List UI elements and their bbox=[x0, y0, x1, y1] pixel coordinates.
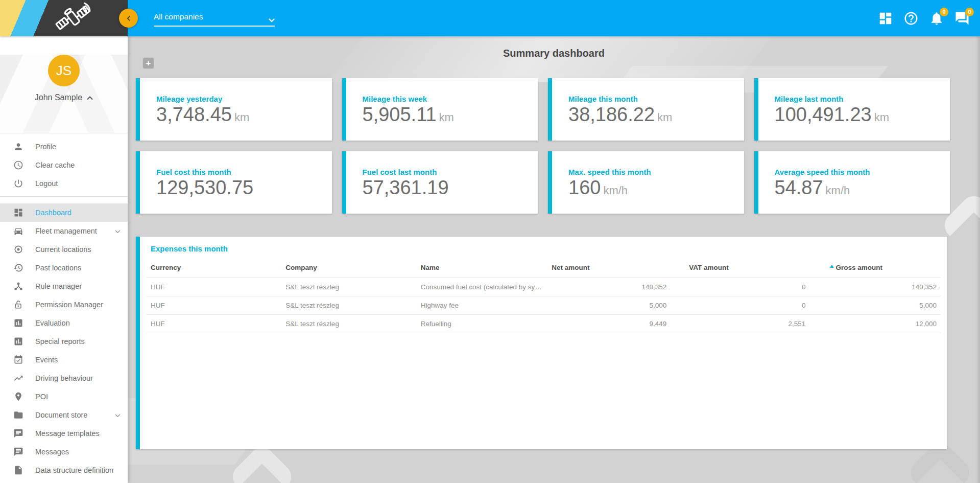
menu-item-profile[interactable]: Profile bbox=[0, 137, 128, 156]
user-menu: Profile Clear cache Logout bbox=[0, 133, 128, 193]
sidebar: JS John Sample Profile Clear cache Logou… bbox=[0, 36, 128, 483]
nav-item-label: POI bbox=[35, 393, 121, 401]
stat-card-unit: km/h bbox=[603, 184, 628, 197]
company-selector[interactable]: All companies bbox=[154, 12, 275, 27]
stat-card-label: Max. speed this month bbox=[568, 168, 740, 176]
lock-open-icon bbox=[13, 300, 23, 310]
sidebar-collapse-button[interactable] bbox=[119, 9, 138, 28]
cell-net-amount: 140,352 bbox=[547, 278, 671, 296]
stat-card-label: Fuel cost this month bbox=[156, 168, 328, 176]
avatar[interactable]: JS bbox=[48, 55, 80, 86]
cell-vat-amount: 0 bbox=[671, 278, 809, 296]
messages-badge: 0 bbox=[965, 8, 974, 16]
cell-name: Refuelling bbox=[417, 315, 548, 333]
top-bar: All companies 0 0 bbox=[0, 0, 980, 36]
cell-gross-amount: 12,000 bbox=[809, 315, 941, 333]
folder-icon bbox=[13, 410, 23, 420]
stat-card-unit: km bbox=[874, 111, 889, 124]
nav-item-label: Past locations bbox=[35, 264, 121, 272]
table-row[interactable]: HUF S&L teszt részleg Consumed fuel cost… bbox=[147, 278, 941, 296]
table-row[interactable]: HUF S&L teszt részleg Refuelling 9,449 2… bbox=[147, 315, 941, 333]
column-header-net-amount[interactable]: Net amount bbox=[547, 261, 671, 278]
stat-card-unit: km/h bbox=[826, 184, 850, 197]
nav-item-document-store[interactable]: Document store bbox=[0, 406, 128, 424]
scrollbar[interactable] bbox=[975, 36, 980, 483]
help-icon[interactable] bbox=[903, 11, 919, 26]
stat-card-mileage-this-week: Mileage this week 5,905.11km bbox=[342, 78, 538, 141]
column-header-company[interactable]: Company bbox=[281, 261, 416, 278]
messages-chat-icon[interactable]: 0 bbox=[954, 11, 970, 26]
dashboard-icon bbox=[13, 208, 23, 218]
stat-card-label: Average speed this month bbox=[775, 168, 946, 176]
cell-net-amount: 5,000 bbox=[547, 296, 671, 315]
stat-card-mileage-this-month: Mileage this month 38,186.22km bbox=[548, 78, 744, 141]
stat-card-value: 3,748.45km bbox=[156, 104, 328, 126]
stat-card-fuel-cost-last-month: Fuel cost last month 57,361.19 bbox=[342, 151, 538, 214]
column-header-currency[interactable]: Currency bbox=[147, 261, 281, 278]
stat-card-value: 38,186.22km bbox=[568, 104, 740, 126]
nav-item-current-locations[interactable]: Current locations bbox=[0, 240, 128, 259]
expenses-title: Expenses this month bbox=[151, 244, 941, 253]
cell-gross-amount: 140,352 bbox=[809, 278, 941, 296]
nav-item-events[interactable]: Events bbox=[0, 351, 128, 369]
background-streak bbox=[327, 36, 781, 82]
stat-cards-grid: Mileage yesterday 3,748.45km Mileage thi… bbox=[136, 78, 950, 214]
chevron-down-icon bbox=[115, 227, 121, 235]
nav-item-messages[interactable]: Messages bbox=[0, 443, 128, 461]
nav-item-poi[interactable]: POI bbox=[0, 387, 128, 406]
stat-card-mileage-yesterday: Mileage yesterday 3,748.45km bbox=[136, 78, 332, 141]
table-row[interactable]: HUF S&L teszt részleg Highway fee 5,000 … bbox=[147, 296, 941, 315]
nav-item-permission-manager[interactable]: Permission Manager bbox=[0, 295, 128, 314]
stat-card-label: Mileage last month bbox=[775, 95, 946, 103]
nav-item-special-reports[interactable]: Special reports bbox=[0, 332, 128, 351]
app-window: All companies 0 0 bbox=[0, 0, 980, 483]
stat-card-value: 57,361.19 bbox=[363, 177, 534, 199]
nav-item-driving-behaviour[interactable]: Driving behaviour bbox=[0, 369, 128, 387]
apps-grid-icon[interactable] bbox=[878, 11, 893, 26]
stat-card-average-speed: Average speed this month 54.87km/h bbox=[754, 151, 950, 214]
nav-item-label: Data structure definition bbox=[35, 466, 121, 474]
stat-card-value: 54.87km/h bbox=[775, 177, 946, 199]
menu-item-label: Logout bbox=[35, 179, 121, 188]
nav-item-data-structure-definition[interactable]: Data structure definition bbox=[0, 461, 128, 479]
page-title: Summary dashboard bbox=[128, 48, 980, 59]
user-name-toggle[interactable]: John Sample bbox=[0, 93, 128, 102]
nav-item-label: Rule manager bbox=[35, 282, 121, 290]
trending-up-icon bbox=[13, 373, 23, 383]
cell-currency: HUF bbox=[147, 278, 281, 296]
nav-item-rule-manager[interactable]: Rule manager bbox=[0, 277, 128, 295]
column-header-vat-amount[interactable]: VAT amount bbox=[671, 261, 809, 278]
menu-item-logout[interactable]: Logout bbox=[0, 174, 128, 193]
cell-vat-amount: 2,551 bbox=[671, 315, 809, 333]
nav-item-fleet-management[interactable]: Fleet management bbox=[0, 222, 128, 240]
nav-item-evaluation[interactable]: Evaluation bbox=[0, 314, 128, 332]
nav-item-label: Current locations bbox=[35, 245, 121, 254]
notifications-bell-icon[interactable]: 0 bbox=[929, 11, 944, 26]
stat-card-value: 129,530.75 bbox=[156, 177, 328, 199]
stat-card-value: 160km/h bbox=[568, 177, 740, 199]
person-icon bbox=[13, 142, 23, 152]
nav-item-label: Permission Manager bbox=[35, 301, 121, 309]
bar-chart-icon bbox=[13, 336, 23, 347]
cell-vat-amount: 0 bbox=[671, 296, 809, 315]
nav-item-label: Events bbox=[35, 356, 121, 364]
column-header-name[interactable]: Name bbox=[417, 261, 548, 278]
expenses-header-row: Currency Company Name Net amount VAT amo… bbox=[147, 261, 941, 278]
user-name: John Sample bbox=[35, 93, 82, 102]
calendar-check-icon bbox=[13, 355, 23, 365]
menu-item-label: Clear cache bbox=[35, 161, 121, 169]
clock-icon bbox=[13, 160, 23, 170]
cell-net-amount: 9,449 bbox=[547, 315, 671, 333]
stat-card-unit: km bbox=[234, 111, 249, 124]
nav-item-registrations[interactable]: Registrations bbox=[0, 479, 128, 483]
nav-item-message-templates[interactable]: Message templates bbox=[0, 424, 128, 443]
nav-item-past-locations[interactable]: Past locations bbox=[0, 259, 128, 277]
user-profile-block: JS John Sample bbox=[0, 55, 128, 133]
stat-card-value: 5,905.11km bbox=[363, 104, 534, 126]
add-widget-button[interactable]: + bbox=[142, 57, 154, 69]
menu-item-clear-cache[interactable]: Clear cache bbox=[0, 156, 128, 174]
nav-item-dashboard[interactable]: Dashboard bbox=[0, 203, 128, 222]
nav-item-label: Evaluation bbox=[35, 319, 121, 327]
column-header-gross-amount[interactable]: Gross amount bbox=[809, 261, 941, 278]
cell-company: S&L teszt részleg bbox=[281, 315, 416, 333]
